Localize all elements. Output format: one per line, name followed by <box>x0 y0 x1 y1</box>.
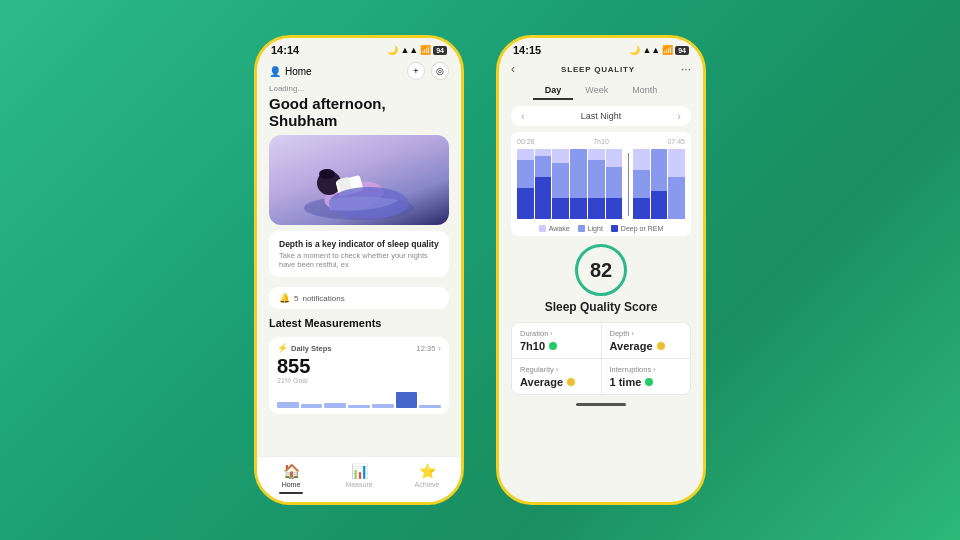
light-seg9 <box>651 149 668 191</box>
awake-seg8 <box>633 149 650 170</box>
sleep-score-value: 82 <box>590 259 612 282</box>
duration-chevron: › <box>550 330 552 337</box>
status-bar-phone1: 14:14 🌙 ▲▲ 📶 94 <box>257 38 461 58</box>
light-seg6 <box>606 167 623 199</box>
tab-day[interactable]: Day <box>533 82 574 100</box>
awake-seg5 <box>588 149 605 160</box>
sleep-score-label: Sleep Quality Score <box>545 300 658 314</box>
interruptions-chevron: › <box>653 366 655 373</box>
light-seg3 <box>552 163 569 198</box>
tab-week[interactable]: Week <box>573 82 620 100</box>
notif-count: 5 <box>294 294 298 303</box>
sleep-desc-subtitle: Take a moment to check whether your nigh… <box>279 251 439 269</box>
notifications-bar[interactable]: 🔔 5 notifications <box>269 287 449 309</box>
regularity-value: Average <box>520 376 593 388</box>
steps-goal: 21% Goal <box>277 377 441 384</box>
svg-point-3 <box>319 169 335 179</box>
measure-tab-icon: 📊 <box>351 463 368 479</box>
interruptions-value: 1 time <box>610 376 683 388</box>
status-icons-phone1: 🌙 ▲▲ 📶 94 <box>387 45 447 55</box>
achieve-tab-icon: ⭐ <box>419 463 436 479</box>
wifi-icon: 📶 <box>420 45 431 55</box>
add-button[interactable]: + <box>407 62 425 80</box>
location-button[interactable]: ◎ <box>431 62 449 80</box>
light-seg <box>517 160 534 188</box>
light-seg10 <box>668 177 685 219</box>
home-tab-label: Home <box>282 481 301 488</box>
tab-measure[interactable]: 📊 Measure <box>325 463 393 494</box>
depth-status-dot <box>657 342 665 350</box>
home-nav-icons: + ◎ <box>407 62 449 80</box>
interruptions-label: Interruptions › <box>610 365 683 374</box>
metric-interruptions[interactable]: Interruptions › 1 time <box>602 359 691 394</box>
awake-seg2 <box>535 149 552 156</box>
time-end: 07:45 <box>667 138 685 145</box>
regularity-label: Regularity › <box>520 365 593 374</box>
sleep-col-2 <box>535 149 552 219</box>
greeting: Good afternoon, Shubham <box>257 93 461 135</box>
moon-icon: 🌙 <box>387 45 398 55</box>
phone2-frame: 14:15 🌙 ▲▲ 📶 94 ‹ SLEEP QUALITY ··· Day … <box>496 35 706 505</box>
home-nav: 👤 Home + ◎ <box>257 58 461 84</box>
home-indicator-phone2 <box>499 399 703 410</box>
score-section: 82 Sleep Quality Score <box>499 236 703 318</box>
deep-seg5 <box>588 198 605 219</box>
sleep-quality-nav: ‹ SLEEP QUALITY ··· <box>499 58 703 80</box>
awake-label: Awake <box>549 225 570 232</box>
tab-home-indicator <box>279 492 303 494</box>
steps-mini-chart <box>277 388 441 408</box>
status-bar-phone2: 14:15 🌙 ▲▲ 📶 94 <box>499 38 703 58</box>
bar-4 <box>348 405 370 408</box>
steps-icon: ⚡ <box>277 343 288 353</box>
steps-card[interactable]: ⚡ Daily Steps 12:35 › 855 21% Goal <box>269 337 449 414</box>
deep-seg2 <box>535 177 552 219</box>
depth-value: Average <box>610 340 683 352</box>
signal-icon-2: ▲▲ <box>642 45 660 55</box>
metric-depth[interactable]: Depth › Average <box>602 323 691 358</box>
tab-home[interactable]: 🏠 Home <box>257 463 325 494</box>
light-seg8 <box>633 170 650 198</box>
light-label: Light <box>588 225 603 232</box>
phone1-frame: 14:14 🌙 ▲▲ 📶 94 👤 Home + ◎ Loading... Go… <box>254 35 464 505</box>
chart-time-labels: 00:28 7h10 07:45 <box>517 138 685 145</box>
bar-2 <box>301 404 323 408</box>
next-date-button[interactable]: › <box>677 110 681 122</box>
sleep-col-1 <box>517 149 534 219</box>
sleep-col-4 <box>570 149 587 219</box>
deep-seg3 <box>552 198 569 219</box>
metric-duration[interactable]: Duration › 7h10 <box>512 323 601 358</box>
tab-month[interactable]: Month <box>620 82 669 100</box>
bottom-tabs: 🏠 Home 📊 Measure ⭐ Achieve <box>257 456 461 502</box>
bar-3 <box>324 403 346 408</box>
bar-1 <box>277 402 299 408</box>
moon-icon-2: 🌙 <box>629 45 640 55</box>
date-navigation: ‹ Last Night › <box>511 106 691 126</box>
battery-phone1: 94 <box>433 46 447 55</box>
chevron-right-icon: › <box>438 344 441 353</box>
bar-6 <box>396 392 418 408</box>
phone2-content: ‹ SLEEP QUALITY ··· Day Week Month ‹ Las… <box>499 58 703 502</box>
more-options-button[interactable]: ··· <box>681 62 691 76</box>
tab-achieve[interactable]: ⭐ Achieve <box>393 463 461 494</box>
achieve-tab-label: Achieve <box>415 481 440 488</box>
phone1-content: 👤 Home + ◎ Loading... Good afternoon, Sh… <box>257 58 461 502</box>
sleep-quality-title: SLEEP QUALITY <box>515 65 681 74</box>
deep-seg9 <box>651 191 668 219</box>
bell-icon: 🔔 <box>279 293 290 303</box>
sleep-desc-title: Depth is a key indicator of sleep qualit… <box>279 239 439 249</box>
signal-icon: ▲▲ <box>400 45 418 55</box>
awake-seg3 <box>552 149 569 163</box>
period-tabs: Day Week Month <box>499 80 703 104</box>
time-mid: 7h10 <box>593 138 609 145</box>
awake-dot <box>539 225 546 232</box>
metric-regularity[interactable]: Regularity › Average <box>512 359 601 394</box>
status-icons-phone2: 🌙 ▲▲ 📶 94 <box>629 45 689 55</box>
prev-date-button[interactable]: ‹ <box>521 110 525 122</box>
sleep-col-7-marker <box>623 149 631 219</box>
notif-label: notifications <box>302 294 344 303</box>
duration-label: Duration › <box>520 329 593 338</box>
light-seg2 <box>535 156 552 177</box>
measure-tab-label: Measure <box>345 481 372 488</box>
sleep-col-9 <box>651 149 668 219</box>
regularity-status-dot <box>567 378 575 386</box>
